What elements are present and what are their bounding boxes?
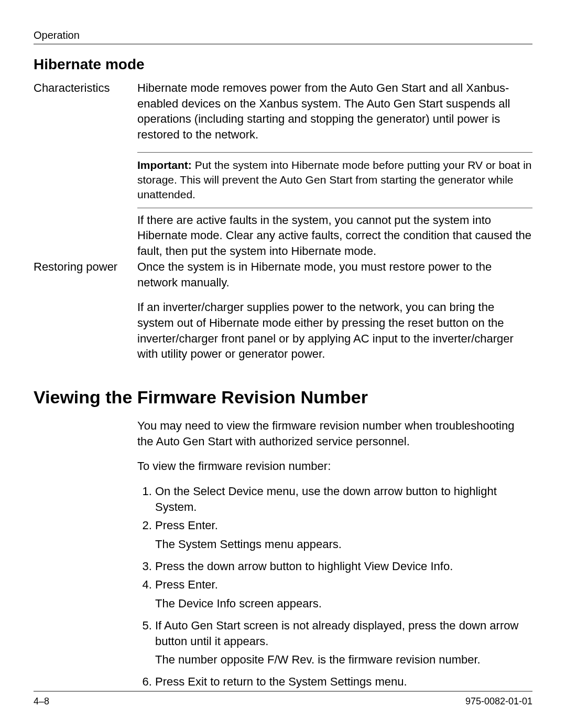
section-heading-hibernate-mode: Hibernate mode <box>34 56 532 73</box>
row-firmware-intro: You may need to view the firmware revisi… <box>34 418 532 693</box>
running-head: Operation <box>34 29 532 41</box>
step-sub: The number opposite F/W Rev. is the firm… <box>155 652 532 668</box>
step-5: If Auto Gen Start screen is not already … <box>155 618 532 668</box>
callout-lead: Important: <box>137 159 192 171</box>
footer: 4–8 975-0082-01-01 <box>34 691 532 707</box>
body-firmware: You may need to view the firmware revisi… <box>137 418 532 693</box>
para: You may need to view the firmware revisi… <box>137 418 532 449</box>
para-active-faults: If there are active faults in the system… <box>137 212 532 259</box>
footer-row: 4–8 975-0082-01-01 <box>34 696 532 707</box>
step-4: Press Enter. The Device Info screen appe… <box>155 577 532 611</box>
step-text: If Auto Gen Start screen is not already … <box>155 619 518 648</box>
side-label-restoring-power: Restoring power <box>34 259 137 275</box>
body-characteristics: Hibernate mode removes power from the Au… <box>137 80 532 259</box>
step-text: On the Select Device menu, use the down … <box>155 485 497 513</box>
step-1: On the Select Device menu, use the down … <box>155 484 532 515</box>
step-text: Press Enter. <box>155 519 218 532</box>
section-heading-firmware: Viewing the Firmware Revision Number <box>34 387 532 408</box>
callout-text: Put the system into Hibernate mode befor… <box>137 159 531 201</box>
page: Operation Hibernate mode Characteristics… <box>0 0 566 728</box>
top-rule <box>34 44 532 45</box>
page-number: 4–8 <box>34 696 49 707</box>
para: Hibernate mode removes power from the Au… <box>137 80 532 143</box>
steps-list: On the Select Device menu, use the down … <box>137 484 532 690</box>
side-label-characteristics: Characteristics <box>34 80 137 96</box>
step-2: Press Enter. The System Settings menu ap… <box>155 518 532 552</box>
para: If an inverter/charger supplies power to… <box>137 299 532 362</box>
para: Once the system is in Hibernate mode, yo… <box>137 259 532 290</box>
row-characteristics: Characteristics Hibernate mode removes p… <box>34 80 532 259</box>
step-sub: The System Settings menu appears. <box>155 537 532 552</box>
step-6: Press Exit to return to the System Setti… <box>155 674 532 690</box>
callout-important: Important: Put the system into Hibernate… <box>137 152 532 208</box>
footer-rule <box>34 691 532 692</box>
step-3: Press the down arrow button to highlight… <box>155 559 532 574</box>
doc-number: 975-0082-01-01 <box>465 696 532 707</box>
row-restoring-power: Restoring power Once the system is in Hi… <box>34 259 532 362</box>
step-text: Press Enter. <box>155 578 218 591</box>
body-restoring-power: Once the system is in Hibernate mode, yo… <box>137 259 532 362</box>
step-text: Press the down arrow button to highlight… <box>155 560 453 573</box>
para: To view the firmware revision number: <box>137 458 532 474</box>
step-text: Press Exit to return to the System Setti… <box>155 675 407 688</box>
step-sub: The Device Info screen appears. <box>155 596 532 612</box>
